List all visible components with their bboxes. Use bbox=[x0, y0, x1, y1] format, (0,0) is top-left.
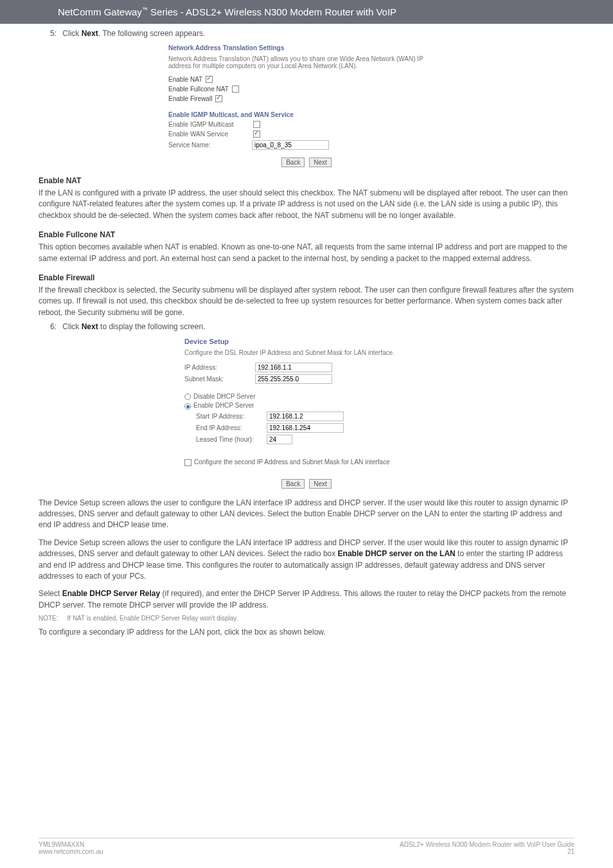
step5-num: 5: bbox=[50, 29, 57, 38]
ip-input[interactable] bbox=[255, 363, 332, 372]
step-5: 5: Click Next. The following screen appe… bbox=[50, 29, 574, 38]
shot2-buttons: Back Next bbox=[184, 479, 429, 489]
shot1-title: Network Address Translation Settings bbox=[168, 44, 445, 51]
wan-service-checkbox[interactable] bbox=[253, 131, 260, 138]
end-ip-row: End IP Address: bbox=[196, 423, 429, 433]
header-prefix: NetComm Gateway bbox=[58, 6, 142, 17]
end-ip-label: End IP Address: bbox=[196, 424, 267, 431]
tm-mark: ™ bbox=[142, 6, 148, 13]
firewall-head: Enable Firewall bbox=[39, 273, 574, 282]
igmp-label: Enable IGMP Multicast bbox=[168, 121, 252, 128]
step6-pre: Click bbox=[62, 322, 81, 331]
note-label: NOTE: bbox=[39, 615, 58, 622]
firewall-section: Enable Firewall If the firewall checkbox… bbox=[39, 273, 574, 318]
start-ip-row: Start IP Address: bbox=[196, 411, 429, 421]
second-ip-row: Configure the second IP Address and Subn… bbox=[184, 458, 429, 466]
page-content: 5: Click Next. The following screen appe… bbox=[0, 24, 613, 638]
mask-row: Subnet Mask: bbox=[184, 374, 429, 384]
enable-fullcone-checkbox[interactable] bbox=[232, 86, 239, 93]
enable-nat-label: Enable NAT bbox=[168, 76, 202, 83]
firewall-body: If the firewall checkbox is selected, th… bbox=[39, 285, 574, 318]
enable-nat-row: Enable NAT bbox=[168, 76, 445, 83]
footer-doc-title: ADSL2+ Wireless N300 Modem Router with V… bbox=[400, 841, 574, 848]
para-1: The Device Setup screen allows the user … bbox=[39, 498, 574, 531]
shot1-buttons: Back Next bbox=[168, 158, 445, 167]
enable-nat-head: Enable NAT bbox=[39, 176, 574, 185]
enable-dhcp-row: Enable DHCP Server bbox=[184, 402, 429, 409]
disable-dhcp-radio[interactable] bbox=[184, 393, 191, 400]
lease-label: Leased Time (hour): bbox=[196, 436, 267, 443]
para3-pre: Select bbox=[39, 589, 62, 598]
enable-dhcp-radio[interactable] bbox=[184, 403, 191, 410]
footer-url: www.netcomm.com.au bbox=[39, 848, 103, 855]
back-button[interactable]: Back bbox=[281, 158, 305, 167]
wan-service-row: Enable WAN Service bbox=[168, 131, 445, 138]
enable-firewall-checkbox[interactable] bbox=[215, 95, 222, 102]
shot2-desc: Configure the DSL Router IP Address and … bbox=[184, 349, 429, 356]
nat-settings-screenshot: Network Address Translation Settings Net… bbox=[168, 44, 445, 167]
fullcone-section: Enable Fullcone NAT This option becomes … bbox=[39, 230, 574, 264]
service-name-label: Service Name: bbox=[168, 141, 252, 149]
note-line: NOTE:If NAT is enabled, Enable DHCP Serv… bbox=[39, 615, 574, 622]
enable-firewall-row: Enable Firewall bbox=[168, 95, 445, 102]
para3-bold: Enable DHCP Server Relay bbox=[62, 589, 161, 598]
enable-nat-section: Enable NAT If the LAN is configured with… bbox=[39, 176, 574, 221]
second-ip-checkbox[interactable] bbox=[184, 459, 191, 466]
igmp-checkbox[interactable] bbox=[253, 121, 260, 128]
step5-post: . The following screen appears. bbox=[98, 29, 206, 38]
service-name-input[interactable] bbox=[252, 140, 329, 150]
shot2-title: Device Setup bbox=[184, 338, 429, 345]
enable-firewall-label: Enable Firewall bbox=[168, 95, 212, 102]
lease-input[interactable] bbox=[267, 435, 292, 444]
enable-fullcone-label: Enable Fullcone NAT bbox=[168, 86, 229, 93]
shot1-subhead: Enable IGMP Multicast, and WAN Service bbox=[168, 111, 445, 118]
step6-post: to display the following screen. bbox=[98, 322, 206, 331]
step5-pre: Click bbox=[62, 29, 81, 38]
shot1-desc: Network Address Translation (NAT) allows… bbox=[168, 55, 445, 69]
ip-label: IP Address: bbox=[184, 364, 255, 371]
footer-left: YML9WMAXXN www.netcomm.com.au bbox=[39, 841, 103, 855]
back-button-2[interactable]: Back bbox=[281, 479, 305, 489]
igmp-row: Enable IGMP Multicast bbox=[168, 121, 445, 128]
step5-bold: Next bbox=[82, 29, 98, 38]
para-4: To configure a secondary IP address for … bbox=[39, 627, 574, 638]
page-footer: YML9WMAXXN www.netcomm.com.au ADSL2+ Wir… bbox=[39, 838, 574, 855]
para-2: The Device Setup screen allows the user … bbox=[39, 538, 574, 583]
end-ip-input[interactable] bbox=[267, 423, 344, 433]
footer-page-num: 21 bbox=[400, 848, 574, 855]
fullcone-body: This option becomes available when NAT i… bbox=[39, 242, 574, 264]
start-ip-input[interactable] bbox=[267, 411, 344, 421]
step6-bold: Next bbox=[82, 322, 98, 331]
footer-right: ADSL2+ Wireless N300 Modem Router with V… bbox=[400, 841, 574, 855]
disable-dhcp-row: Disable DHCP Server bbox=[184, 393, 429, 400]
para-3: Select Enable DHCP Server Relay (if requ… bbox=[39, 588, 574, 611]
next-button[interactable]: Next bbox=[309, 158, 332, 167]
start-ip-label: Start IP Address: bbox=[196, 413, 267, 420]
header-suffix: Series - ADSL2+ Wireless N300 Modem Rout… bbox=[148, 6, 396, 17]
para2-bold: Enable DHCP server on the LAN bbox=[338, 549, 456, 558]
ip-row: IP Address: bbox=[184, 363, 429, 372]
enable-fullcone-row: Enable Fullcone NAT bbox=[168, 86, 445, 93]
note-text: If NAT is enabled, Enable DHCP Server Re… bbox=[67, 615, 238, 622]
doc-header: NetComm Gateway™ Series - ADSL2+ Wireles… bbox=[0, 0, 613, 24]
enable-dhcp-label: Enable DHCP Server bbox=[193, 402, 254, 409]
device-setup-screenshot: Device Setup Configure the DSL Router IP… bbox=[184, 338, 429, 489]
step6-num: 6: bbox=[50, 322, 57, 331]
service-name-row: Service Name: bbox=[168, 140, 445, 150]
second-ip-label: Configure the second IP Address and Subn… bbox=[194, 458, 389, 466]
lease-row: Leased Time (hour): bbox=[196, 435, 429, 444]
step-6: 6: Click Next to display the following s… bbox=[50, 322, 574, 331]
fullcone-head: Enable Fullcone NAT bbox=[39, 230, 574, 239]
disable-dhcp-label: Disable DHCP Server bbox=[193, 393, 256, 400]
mask-input[interactable] bbox=[255, 374, 332, 384]
mask-label: Subnet Mask: bbox=[184, 375, 255, 383]
footer-code: YML9WMAXXN bbox=[39, 841, 103, 848]
enable-nat-body: If the LAN is configured with a private … bbox=[39, 188, 574, 221]
wan-service-label: Enable WAN Service bbox=[168, 131, 252, 138]
enable-nat-checkbox[interactable] bbox=[206, 76, 213, 83]
next-button-2[interactable]: Next bbox=[309, 479, 332, 489]
